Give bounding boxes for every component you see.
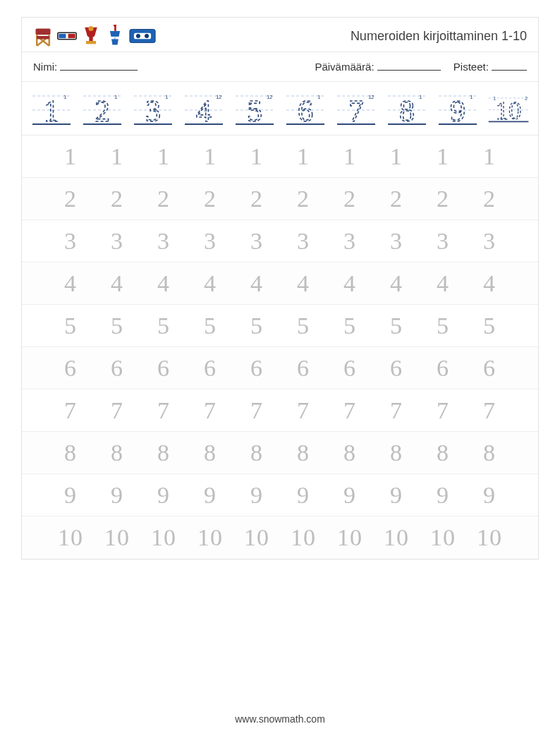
- trace-digit[interactable]: 10: [332, 524, 367, 551]
- trace-digit[interactable]: 10: [99, 524, 135, 551]
- trace-digit[interactable]: 10: [193, 524, 228, 551]
- trace-digit[interactable]: 5: [146, 313, 181, 339]
- trace-digit[interactable]: 2: [193, 186, 228, 212]
- trace-digit[interactable]: 9: [425, 482, 461, 509]
- trace-digit[interactable]: 7: [332, 397, 367, 424]
- trace-digit[interactable]: 10: [53, 524, 88, 551]
- trace-digit[interactable]: 9: [286, 482, 321, 509]
- trace-digit[interactable]: 6: [146, 355, 181, 382]
- trace-digit[interactable]: 2: [379, 186, 414, 212]
- trace-digit[interactable]: 5: [379, 313, 414, 339]
- trace-digit[interactable]: 6: [193, 355, 228, 382]
- trace-digit[interactable]: 3: [379, 228, 414, 255]
- trace-digit[interactable]: 5: [239, 313, 274, 339]
- trace-digit[interactable]: 6: [286, 355, 321, 382]
- trace-digit[interactable]: 9: [193, 482, 228, 509]
- trace-digit[interactable]: 4: [193, 270, 228, 297]
- trace-digit[interactable]: 4: [53, 270, 88, 297]
- trace-digit[interactable]: 3: [286, 228, 321, 255]
- trace-digit[interactable]: 3: [193, 228, 228, 255]
- trace-digit[interactable]: 8: [146, 440, 181, 466]
- trace-digit[interactable]: 5: [332, 313, 367, 339]
- trace-digit[interactable]: 5: [53, 313, 88, 339]
- trace-digit[interactable]: 8: [425, 440, 461, 466]
- trace-digit[interactable]: 6: [472, 355, 507, 382]
- trace-digit[interactable]: 10: [286, 524, 321, 551]
- trace-digit[interactable]: 7: [286, 397, 321, 424]
- trace-digit[interactable]: 8: [193, 440, 228, 466]
- trace-digit[interactable]: 8: [379, 440, 414, 466]
- trace-digit[interactable]: 8: [332, 440, 367, 466]
- trace-digit[interactable]: 9: [53, 482, 88, 509]
- trace-digit[interactable]: 2: [146, 186, 181, 212]
- trace-digit[interactable]: 1: [425, 143, 461, 170]
- trace-digit[interactable]: 10: [472, 524, 507, 551]
- trace-digit[interactable]: 1: [379, 143, 414, 170]
- trace-digit[interactable]: 3: [425, 228, 461, 255]
- trace-digit[interactable]: 8: [472, 440, 507, 466]
- trace-digit[interactable]: 1: [286, 143, 321, 170]
- trace-digit[interactable]: 5: [99, 313, 135, 339]
- trace-digit[interactable]: 3: [146, 228, 181, 255]
- trace-digit[interactable]: 2: [332, 186, 367, 212]
- trace-digit[interactable]: 1: [472, 143, 507, 170]
- trace-digit[interactable]: 2: [425, 186, 461, 212]
- trace-digit[interactable]: 7: [53, 397, 88, 424]
- trace-digit[interactable]: 4: [472, 270, 507, 297]
- trace-digit[interactable]: 9: [99, 482, 135, 509]
- trace-digit[interactable]: 1: [146, 143, 181, 170]
- trace-digit[interactable]: 7: [379, 397, 414, 424]
- trace-digit[interactable]: 5: [193, 313, 228, 339]
- trace-digit[interactable]: 1: [53, 143, 88, 170]
- trace-digit[interactable]: 4: [239, 270, 274, 297]
- name-blank[interactable]: [60, 61, 138, 71]
- trace-digit[interactable]: 4: [425, 270, 461, 297]
- trace-digit[interactable]: 7: [239, 397, 274, 424]
- date-blank[interactable]: [377, 61, 441, 71]
- trace-digit[interactable]: 3: [239, 228, 274, 255]
- trace-digit[interactable]: 4: [99, 270, 135, 297]
- trace-digit[interactable]: 8: [53, 440, 88, 466]
- trace-digit[interactable]: 7: [472, 397, 507, 424]
- trace-digit[interactable]: 9: [472, 482, 507, 509]
- trace-digit[interactable]: 4: [146, 270, 181, 297]
- trace-digit[interactable]: 3: [332, 228, 367, 255]
- trace-digit[interactable]: 6: [332, 355, 367, 382]
- trace-digit[interactable]: 9: [332, 482, 367, 509]
- trace-digit[interactable]: 5: [472, 313, 507, 339]
- trace-digit[interactable]: 6: [53, 355, 88, 382]
- trace-digit[interactable]: 10: [379, 524, 414, 551]
- trace-digit[interactable]: 9: [239, 482, 274, 509]
- trace-digit[interactable]: 3: [472, 228, 507, 255]
- trace-digit[interactable]: 3: [99, 228, 135, 255]
- trace-digit[interactable]: 4: [286, 270, 321, 297]
- trace-digit[interactable]: 6: [425, 355, 461, 382]
- trace-digit[interactable]: 6: [99, 355, 135, 382]
- trace-digit[interactable]: 10: [425, 524, 461, 551]
- trace-digit[interactable]: 1: [193, 143, 228, 170]
- trace-digit[interactable]: 2: [239, 186, 274, 212]
- trace-digit[interactable]: 5: [425, 313, 461, 339]
- trace-digit[interactable]: 1: [332, 143, 367, 170]
- trace-digit[interactable]: 6: [239, 355, 274, 382]
- trace-digit[interactable]: 8: [99, 440, 135, 466]
- trace-digit[interactable]: 9: [379, 482, 414, 509]
- trace-digit[interactable]: 7: [99, 397, 135, 424]
- trace-digit[interactable]: 7: [425, 397, 461, 424]
- trace-digit[interactable]: 8: [286, 440, 321, 466]
- trace-digit[interactable]: 2: [99, 186, 135, 212]
- trace-digit[interactable]: 10: [239, 524, 274, 551]
- trace-digit[interactable]: 7: [146, 397, 181, 424]
- trace-digit[interactable]: 6: [379, 355, 414, 382]
- trace-digit[interactable]: 2: [53, 186, 88, 212]
- trace-digit[interactable]: 3: [53, 228, 88, 255]
- trace-digit[interactable]: 1: [239, 143, 274, 170]
- trace-digit[interactable]: 2: [286, 186, 321, 212]
- trace-digit[interactable]: 7: [193, 397, 228, 424]
- score-blank[interactable]: [492, 61, 527, 71]
- trace-digit[interactable]: 9: [146, 482, 181, 509]
- trace-digit[interactable]: 10: [146, 524, 181, 551]
- trace-digit[interactable]: 4: [332, 270, 367, 297]
- trace-digit[interactable]: 1: [99, 143, 135, 170]
- trace-digit[interactable]: 8: [239, 440, 274, 466]
